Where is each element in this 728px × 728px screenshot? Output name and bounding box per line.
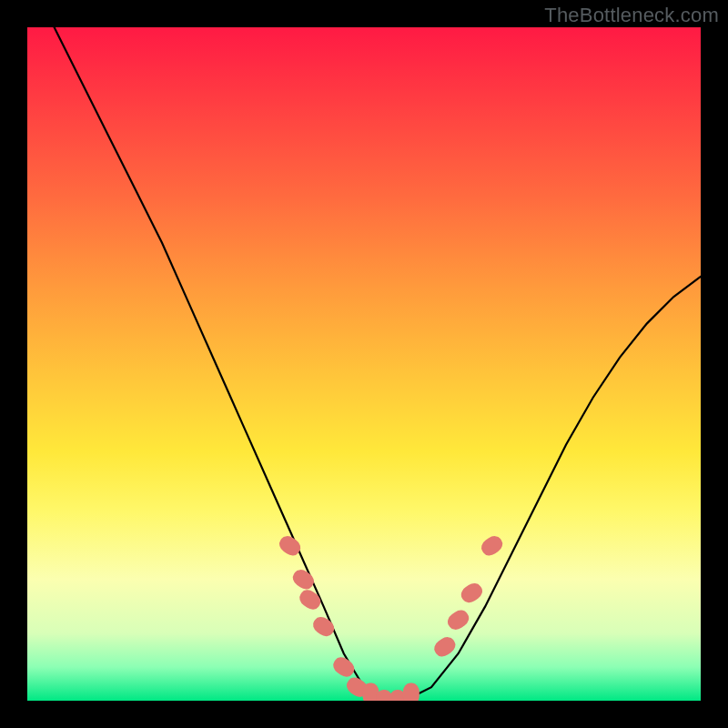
marker-dot — [289, 567, 317, 593]
marker-dot — [310, 613, 338, 640]
marker-dot — [297, 587, 324, 613]
marker-dot — [445, 607, 472, 633]
watermark-text: TheBottleneck.com — [544, 4, 719, 27]
marker-dot — [458, 580, 485, 606]
plot-area — [27, 27, 701, 701]
chart-svg — [27, 27, 701, 701]
bottleneck-curve — [55, 27, 701, 701]
marker-dot — [431, 634, 459, 661]
marker-dot — [403, 683, 420, 701]
marker-dot — [277, 533, 304, 560]
marker-dot — [479, 533, 506, 560]
marker-dot — [330, 654, 358, 681]
marker-group — [277, 533, 506, 701]
chart-frame: TheBottleneck.com — [0, 0, 728, 728]
